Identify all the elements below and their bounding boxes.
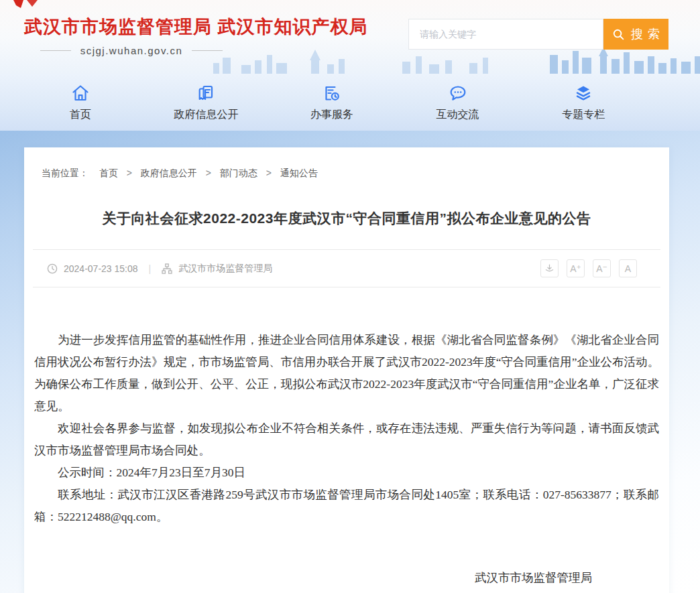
breadcrumb-dept-news[interactable]: 部门动态	[220, 168, 257, 178]
publish-date: 2024-07-23 15:08	[64, 263, 138, 274]
nav-item-label: 办事服务	[310, 108, 353, 122]
documents-icon	[196, 83, 216, 103]
rule-right	[192, 50, 223, 51]
article-paragraph: 联系地址：武汉市江汉区香港路259号武汉市市场监督管理局市场合同处1405室；联…	[34, 484, 659, 528]
breadcrumb: 当前位置： 首页 > 政府信息公开 > 部门动态 > 通知公告	[24, 147, 669, 180]
nav-item-gov-info[interactable]: 政府信息公开	[143, 83, 270, 122]
breadcrumb-notices[interactable]: 通知公告	[280, 168, 318, 178]
article-tools: A⁺ A⁻ A	[532, 259, 637, 277]
article-paragraph: 欢迎社会各界参与监督，如发现拟公布企业不符合相关条件，或存在违法违规、严重失信行…	[34, 417, 659, 462]
service-list-icon	[322, 83, 342, 103]
font-reset-button[interactable]: A	[619, 259, 637, 277]
search-input[interactable]	[408, 19, 603, 50]
corner-decoration	[11, 0, 42, 10]
site-title: 武汉市市场监督管理局 武汉市知识产权局	[24, 15, 368, 39]
article-paragraph: 公示时间：2024年7月23日至7月30日	[34, 462, 659, 484]
site-header: 武汉市市场监督管理局 武汉市知识产权局 scjgj.wuhan.gov.cn 搜…	[0, 0, 700, 74]
article-meta-row: 2024-07-23 15:08 | 武汉市市场监督管理局 A⁺	[24, 250, 669, 287]
download-icon	[544, 263, 555, 274]
layers-icon	[573, 83, 593, 103]
search-icon	[612, 28, 625, 41]
article-meta: 2024-07-23 15:08 | 武汉市市场监督管理局	[47, 263, 272, 275]
content-area: 当前位置： 首页 > 政府信息公开 > 部门动态 > 通知公告 关于向社会征求2…	[0, 131, 700, 593]
signature-date: 2024年7月22日	[24, 589, 602, 593]
signature-agency: 武汉市市场监督管理局	[24, 567, 592, 589]
article-title: 关于向社会征求2022-2023年度武汉市“守合同重信用”拟公布企业意见的公告	[51, 209, 642, 228]
breadcrumb-gov-info[interactable]: 政府信息公开	[141, 168, 197, 178]
nav-item-interaction[interactable]: 互动交流	[395, 83, 521, 122]
nav-item-label: 政府信息公开	[174, 108, 238, 122]
download-button[interactable]	[540, 259, 559, 277]
font-smaller-button[interactable]: A⁻	[593, 259, 611, 277]
nav-item-home[interactable]: 首页	[17, 83, 143, 122]
nav-item-special-topics[interactable]: 专题专栏	[520, 83, 646, 122]
search-bar: 搜索	[408, 19, 668, 50]
breadcrumb-separator: >	[206, 168, 211, 178]
home-icon	[70, 83, 91, 103]
content-card: 当前位置： 首页 > 政府信息公开 > 部门动态 > 通知公告 关于向社会征求2…	[24, 147, 669, 593]
nav-item-label: 专题专栏	[562, 108, 605, 122]
breadcrumb-separator: >	[127, 168, 132, 178]
nav-item-label: 首页	[70, 108, 91, 122]
rule-left	[40, 50, 71, 51]
font-larger-button[interactable]: A⁺	[567, 259, 585, 277]
clock-icon	[47, 263, 58, 274]
article-paragraph: 为进一步发挥信用监管的基础性作用，推进企业合同信用体系建设，根据《湖北省合同监督…	[34, 329, 659, 417]
site-url-row: scjgj.wuhan.gov.cn	[24, 45, 239, 56]
chat-bubble-icon	[448, 83, 468, 103]
breadcrumb-home[interactable]: 首页	[99, 168, 118, 178]
nav-item-label: 互动交流	[436, 108, 479, 122]
breadcrumb-label: 当前位置：	[42, 168, 89, 178]
site-brand: 武汉市市场监督管理局 武汉市知识产权局 scjgj.wuhan.gov.cn	[24, 15, 368, 56]
meta-separator: |	[149, 263, 152, 274]
search-button[interactable]: 搜索	[603, 19, 668, 50]
breadcrumb-separator: >	[266, 168, 272, 178]
search-button-label: 搜索	[631, 26, 664, 42]
article-signature: 武汉市市场监督管理局 2024年7月22日	[24, 567, 669, 593]
main-nav: 首页 政府信息公开 办事服务 互动交流 专题	[0, 74, 700, 131]
org-icon	[162, 263, 172, 274]
nav-item-services[interactable]: 办事服务	[269, 83, 395, 122]
divider-below-meta	[33, 287, 660, 287]
article-source: 武汉市市场监督管理局	[178, 263, 272, 275]
article-body: 为进一步发挥信用监管的基础性作用，推进企业合同信用体系建设，根据《湖北省合同监督…	[24, 329, 669, 528]
site-url: scjgj.wuhan.gov.cn	[80, 45, 183, 56]
